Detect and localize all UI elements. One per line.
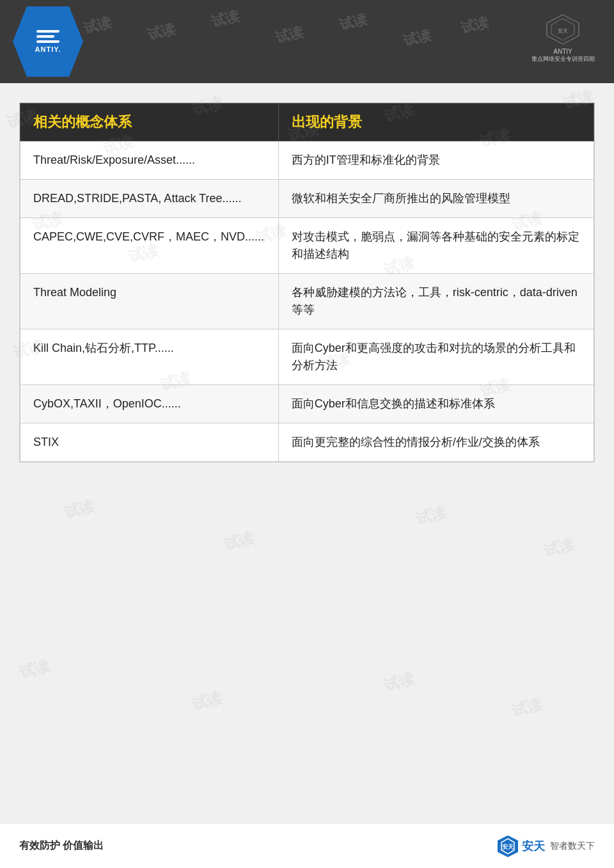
footer-logo-icon: 安天 (496, 835, 519, 858)
watermark: 试读 (209, 6, 241, 32)
body-watermark: 试读 (222, 527, 257, 555)
body-watermark: 试读 (510, 693, 545, 721)
footer-logo: 安天 安天 智者数天下 (496, 835, 595, 858)
header-right-text: ANTIY 重点网络安全专训营四期 (531, 48, 595, 63)
table-cell-right: 微软和相关安全厂商所推出的风险管理模型 (278, 180, 594, 218)
body-watermark: 试读 (542, 533, 577, 561)
header: ANTIY. 试读 试读 试读 试读 试读 试读 试读 安天 ANTIY 重点网… (0, 0, 614, 83)
svg-text:安天: 安天 (558, 28, 568, 34)
body-watermark: 试读 (382, 668, 417, 695)
table-cell-left: CAPEC,CWE,CVE,CVRF，MAEC，NVD...... (20, 218, 279, 274)
col1-header: 相关的概念体系 (20, 104, 279, 141)
table-cell-left: Threat/Risk/Exposure/Asset...... (20, 141, 279, 180)
body-watermark: 试读 (62, 495, 97, 523)
table-cell-left: Threat Modeling (20, 274, 279, 329)
table-cell-right: 面向Cyber和信息交换的描述和标准体系 (278, 385, 594, 423)
footer: 有效防护 价值输出 安天 安天 智者数天下 (0, 823, 614, 868)
table-cell-left: STIX (20, 423, 279, 462)
watermark: 试读 (145, 19, 177, 45)
antiy-emblem-icon: 安天 (544, 13, 582, 45)
table-cell-right: 对攻击模式，脆弱点，漏洞等各种基础的安全元素的标定和描述结构 (278, 218, 594, 274)
table-header-row: 相关的概念体系 出现的背景 (20, 104, 594, 141)
body-watermark: 试读 (414, 501, 449, 529)
table-row: Threat/Risk/Exposure/Asset......西方的IT管理和… (20, 141, 594, 180)
svg-text:安天: 安天 (501, 843, 514, 850)
table-cell-right: 各种威胁建模的方法论，工具，risk-centric，data-driven等等 (278, 274, 594, 329)
table-row: Kill Chain,钻石分析,TTP......面向Cyber和更高强度的攻击… (20, 329, 594, 385)
watermark: 试读 (401, 26, 433, 51)
table-cell-right: 面向Cyber和更高强度的攻击和对抗的场景的分析工具和分析方法 (278, 329, 594, 385)
col2-header: 出现的背景 (278, 104, 594, 141)
main-content: 相关的概念体系 出现的背景 Threat/Risk/Exposure/Asset… (19, 102, 595, 462)
body-watermark: 试读 (17, 655, 52, 683)
table-cell-left: CybOX,TAXII，OpenIOC...... (20, 385, 279, 423)
table-cell-left: DREAD,STRIDE,PASTA, Attack Tree...... (20, 180, 279, 218)
table-row: DREAD,STRIDE,PASTA, Attack Tree......微软和… (20, 180, 594, 218)
header-right-logo: 安天 ANTIY 重点网络安全专训营四期 (524, 10, 601, 67)
table-cell-left: Kill Chain,钻石分析,TTP...... (20, 329, 279, 385)
watermark: 试读 (337, 10, 369, 35)
table-row: CybOX,TAXII，OpenIOC......面向Cyber和信息交换的描述… (20, 385, 594, 423)
table-row: CAPEC,CWE,CVE,CVRF，MAEC，NVD......对攻击模式，脆… (20, 218, 594, 274)
body-watermark: 试读 (190, 687, 225, 714)
footer-slogan: 有效防护 价值输出 (19, 839, 104, 853)
table-cell-right: 面向更完整的综合性的情报分析/作业/交换的体系 (278, 423, 594, 462)
table-cell-right: 西方的IT管理和标准化的背景 (278, 141, 594, 180)
watermark: 试读 (273, 22, 305, 48)
footer-brand-slogan: 智者数天下 (550, 840, 595, 852)
footer-brand-name: 安天 (522, 839, 545, 854)
concept-table: 相关的概念体系 出现的背景 Threat/Risk/Exposure/Asset… (20, 103, 594, 462)
header-watermarks: 试读 试读 试读 试读 试读 试读 试读 (0, 0, 614, 83)
table-row: STIX面向更完整的综合性的情报分析/作业/交换的体系 (20, 423, 594, 462)
watermark: 试读 (81, 13, 113, 38)
watermark: 试读 (459, 13, 491, 38)
table-row: Threat Modeling各种威胁建模的方法论，工具，risk-centri… (20, 274, 594, 329)
